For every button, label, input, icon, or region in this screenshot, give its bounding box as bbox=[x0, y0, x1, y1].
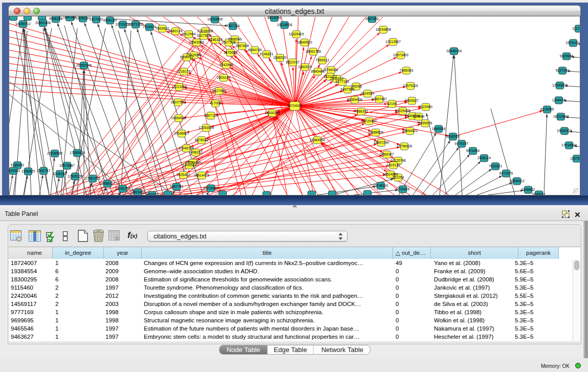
svg-text:16154808: 16154808 bbox=[376, 28, 391, 31]
svg-text:19654942: 19654942 bbox=[171, 116, 186, 120]
svg-text:164944: 164944 bbox=[413, 115, 425, 118]
svg-text:1890164: 1890164 bbox=[63, 16, 77, 19]
svg-text:8215955: 8215955 bbox=[540, 107, 554, 111]
svg-text:3875685: 3875685 bbox=[224, 51, 237, 54]
svg-text:26053346: 26053346 bbox=[76, 63, 92, 67]
svg-text:10958117: 10958117 bbox=[100, 182, 115, 185]
svg-text:1527602: 1527602 bbox=[90, 17, 103, 21]
svg-text:18724007: 18724007 bbox=[287, 104, 302, 107]
svg-text:9699695: 9699695 bbox=[419, 121, 432, 125]
svg-text:15720407: 15720407 bbox=[361, 119, 377, 123]
svg-text:12353594: 12353594 bbox=[199, 126, 214, 129]
svg-text:16543382: 16543382 bbox=[189, 40, 204, 44]
svg-text:9884067: 9884067 bbox=[380, 152, 394, 156]
svg-text:20364436: 20364436 bbox=[347, 98, 362, 101]
svg-text:1156829: 1156829 bbox=[21, 169, 35, 173]
svg-text:2368546: 2368546 bbox=[228, 37, 242, 41]
svg-text:8471676: 8471676 bbox=[499, 171, 513, 175]
svg-text:9327508: 9327508 bbox=[222, 40, 236, 44]
svg-text:16782759: 16782759 bbox=[115, 187, 130, 190]
svg-text:7357224: 7357224 bbox=[226, 24, 240, 28]
svg-text:12093873: 12093873 bbox=[552, 83, 568, 87]
svg-text:20206535: 20206535 bbox=[47, 151, 62, 155]
svg-text:1588520: 1588520 bbox=[273, 56, 287, 59]
svg-text:8990448: 8990448 bbox=[311, 70, 325, 73]
svg-text:6794028: 6794028 bbox=[324, 68, 338, 72]
svg-text:6466160: 6466160 bbox=[103, 18, 117, 22]
svg-text:62160: 62160 bbox=[387, 102, 397, 105]
svg-text:2718176: 2718176 bbox=[177, 70, 191, 73]
svg-text:12213369: 12213369 bbox=[171, 85, 187, 89]
svg-text:10973493: 10973493 bbox=[393, 53, 408, 57]
svg-text:7485063: 7485063 bbox=[400, 69, 413, 72]
svg-text:15136141: 15136141 bbox=[373, 184, 388, 187]
svg-text:16210643: 16210643 bbox=[553, 115, 569, 118]
svg-text:18300295: 18300295 bbox=[265, 111, 280, 115]
svg-text:19384554: 19384554 bbox=[310, 138, 325, 142]
svg-text:20691406: 20691406 bbox=[35, 21, 51, 25]
svg-text:7625402: 7625402 bbox=[177, 173, 190, 177]
svg-text:16914479: 16914479 bbox=[194, 173, 209, 177]
svg-text:17957225: 17957225 bbox=[85, 177, 100, 180]
svg-text:9657791: 9657791 bbox=[170, 185, 184, 188]
svg-text:9474444: 9474444 bbox=[466, 149, 480, 152]
svg-text:7886372: 7886372 bbox=[355, 110, 368, 113]
svg-text:10655287: 10655287 bbox=[75, 16, 91, 20]
svg-text:1145194: 1145194 bbox=[53, 172, 67, 176]
svg-text:2935114: 2935114 bbox=[477, 156, 491, 160]
svg-text:9546318: 9546318 bbox=[49, 17, 63, 20]
svg-text:10688609: 10688609 bbox=[368, 130, 383, 134]
svg-text:16448764: 16448764 bbox=[446, 49, 462, 53]
svg-text:8186328: 8186328 bbox=[209, 38, 223, 41]
svg-text:16033809: 16033809 bbox=[207, 17, 223, 21]
svg-text:6497568: 6497568 bbox=[341, 87, 355, 91]
svg-text:9115460: 9115460 bbox=[419, 105, 432, 108]
svg-text:1167539: 1167539 bbox=[570, 157, 580, 160]
svg-text:9185081: 9185081 bbox=[11, 163, 25, 167]
svg-text:8322037: 8322037 bbox=[286, 60, 300, 64]
svg-text:23226058: 23226058 bbox=[198, 29, 213, 33]
svg-text:9896012: 9896012 bbox=[180, 55, 194, 59]
svg-text:14055712: 14055712 bbox=[15, 22, 31, 26]
svg-text:10975887: 10975887 bbox=[59, 164, 75, 167]
svg-text:1244415: 1244415 bbox=[552, 98, 566, 102]
svg-text:746266: 746266 bbox=[351, 84, 362, 88]
svg-text:17016504: 17016504 bbox=[561, 143, 577, 147]
svg-text:19166827: 19166827 bbox=[174, 132, 189, 135]
svg-text:10120746: 10120746 bbox=[390, 159, 406, 162]
svg-text:9245011: 9245011 bbox=[532, 192, 546, 195]
svg-text:2942757: 2942757 bbox=[37, 169, 51, 172]
svg-text:9327505: 9327505 bbox=[197, 34, 211, 37]
svg-text:1117482: 1117482 bbox=[572, 27, 580, 30]
svg-text:3915941: 3915941 bbox=[9, 169, 20, 172]
svg-text:2867608: 2867608 bbox=[235, 44, 249, 48]
svg-text:12975115: 12975115 bbox=[403, 84, 418, 87]
svg-text:8938592: 8938592 bbox=[446, 135, 460, 138]
svg-text:8427552: 8427552 bbox=[212, 89, 226, 93]
svg-text:19218506: 19218506 bbox=[277, 23, 292, 27]
svg-text:18807249: 18807249 bbox=[374, 141, 389, 144]
svg-text:10025438: 10025438 bbox=[395, 109, 410, 113]
svg-text:16107553: 16107553 bbox=[170, 100, 186, 104]
svg-text:12505135: 12505135 bbox=[68, 174, 83, 178]
svg-text:6479197: 6479197 bbox=[455, 142, 469, 145]
svg-text:15716485: 15716485 bbox=[203, 186, 219, 190]
svg-text:12923468: 12923468 bbox=[130, 190, 145, 194]
svg-text:7663822: 7663822 bbox=[156, 27, 169, 30]
svg-text:7955812: 7955812 bbox=[316, 58, 330, 62]
svg-text:252254: 252254 bbox=[393, 176, 404, 179]
svg-text:7515526: 7515526 bbox=[143, 25, 157, 29]
svg-text:1498222: 1498222 bbox=[189, 150, 203, 154]
svg-text:19654923: 19654923 bbox=[402, 129, 418, 133]
svg-text:1615132: 1615132 bbox=[387, 163, 401, 167]
svg-text:18640910: 18640910 bbox=[297, 40, 312, 44]
svg-text:9146821: 9146821 bbox=[260, 52, 274, 56]
svg-text:8267110: 8267110 bbox=[204, 114, 217, 117]
svg-text:8678332: 8678332 bbox=[195, 138, 209, 142]
svg-text:2803144: 2803144 bbox=[217, 76, 231, 79]
svg-text:1409949: 1409949 bbox=[183, 163, 197, 167]
svg-text:10654112: 10654112 bbox=[509, 179, 525, 183]
svg-text:8454749: 8454749 bbox=[248, 48, 262, 52]
svg-text:16961758: 16961758 bbox=[306, 50, 321, 53]
svg-text:15692971: 15692971 bbox=[557, 129, 572, 133]
